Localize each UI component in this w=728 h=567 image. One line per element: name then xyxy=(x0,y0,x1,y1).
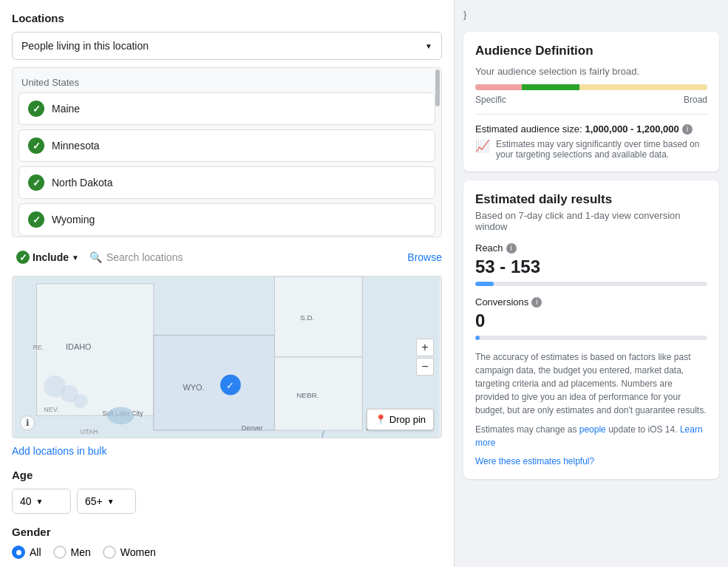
scrollbar-thumb[interactable] xyxy=(435,69,440,106)
zoom-out-button[interactable]: − xyxy=(416,358,434,376)
reach-bar-fill xyxy=(475,282,494,286)
reach-label: Reach xyxy=(475,242,503,254)
gender-all-option[interactable]: All xyxy=(12,546,41,559)
age-min-chevron-icon: ▼ xyxy=(36,498,44,506)
svg-rect-3 xyxy=(274,276,362,357)
helpful-question-link[interactable]: Were these estimates helpful? xyxy=(475,456,594,466)
age-max-value: 65+ xyxy=(85,495,103,507)
include-button[interactable]: Include ▼ xyxy=(12,248,84,267)
location-item-maine[interactable]: Maine xyxy=(18,92,435,125)
gender-title: Gender xyxy=(12,526,442,538)
check-icon-maine xyxy=(28,101,44,117)
audience-size-info-icon[interactable]: i xyxy=(682,124,693,135)
svg-point-20 xyxy=(107,407,134,424)
results-card: Estimated daily results Based on 7-day c… xyxy=(463,180,719,479)
svg-text:WYO.: WYO. xyxy=(183,383,205,392)
ios-note: Estimates may change as people update to… xyxy=(475,423,707,449)
ios-note-text: Estimates may change as xyxy=(475,424,576,435)
chevron-down-icon: ▼ xyxy=(425,42,432,50)
conversions-value: 0 xyxy=(475,310,707,331)
location-name-northdakota: North Dakota xyxy=(52,177,112,189)
estimate-note-text: Estimates may vary significantly over ti… xyxy=(496,139,707,160)
age-title: Age xyxy=(12,469,442,481)
locations-title: Locations xyxy=(12,12,442,24)
trend-icon: 📈 xyxy=(475,139,490,153)
broad-label: Broad xyxy=(684,95,707,105)
conversions-info-icon[interactable]: i xyxy=(531,297,542,308)
svg-text:NEBR.: NEBR. xyxy=(296,391,319,399)
meter-yellow-segment xyxy=(579,84,707,90)
include-search-bar: Include ▼ 🔍 Search locations Browse xyxy=(12,243,442,271)
drop-pin-button[interactable]: 📍 Drop pin xyxy=(367,409,434,430)
svg-text:Denver: Denver xyxy=(242,424,263,432)
include-check-icon xyxy=(16,251,30,264)
meter-red-segment xyxy=(475,84,522,90)
include-label: Include xyxy=(33,251,69,263)
conversions-bar xyxy=(475,336,707,340)
locations-list: United States Maine Minnesota North Dako… xyxy=(12,67,442,237)
meter-green-segment xyxy=(522,84,580,90)
location-name-maine: Maine xyxy=(52,103,80,115)
search-locations-area[interactable]: 🔍 Search locations xyxy=(89,251,401,263)
check-icon-northdakota xyxy=(28,174,44,191)
audience-size-label: Estimated audience size: xyxy=(475,123,582,135)
audience-size-row: Estimated audience size: 1,000,000 - 1,2… xyxy=(475,123,707,135)
reach-info-icon[interactable]: i xyxy=(506,243,517,254)
svg-text:RE.: RE. xyxy=(33,344,44,351)
map-area: IDAHO WYO. S.D. NEBR. RE. NEV. Salt Lake… xyxy=(12,276,442,438)
zoom-in-button[interactable]: + xyxy=(416,339,434,356)
country-label: United States xyxy=(18,74,435,92)
pin-icon: 📍 xyxy=(375,414,387,425)
gender-women-label: Women xyxy=(120,546,156,558)
include-chevron-icon: ▼ xyxy=(72,254,79,262)
svg-text:NEV.: NEV. xyxy=(44,406,58,413)
svg-text:S.D.: S.D. xyxy=(300,313,314,322)
location-name-minnesota: Minnesota xyxy=(52,140,100,152)
left-panel: Locations People living in this location… xyxy=(0,0,455,567)
age-max-chevron-icon: ▼ xyxy=(107,498,115,506)
search-icon: 🔍 xyxy=(89,251,102,263)
gender-all-label: All xyxy=(30,546,41,558)
add-bulk-link[interactable]: Add locations in bulk xyxy=(12,445,106,457)
gender-women-radio[interactable] xyxy=(103,546,116,559)
gender-men-radio[interactable] xyxy=(53,546,67,559)
audience-description: Your audience selection is fairly broad. xyxy=(475,66,707,77)
gender-section: Gender All Men Women xyxy=(12,526,442,559)
conversions-label: Conversions xyxy=(475,296,528,308)
location-type-dropdown[interactable]: People living in this location ▼ xyxy=(12,32,442,60)
bracket-text: } xyxy=(463,9,719,20)
estimate-note: 📈 Estimates may vary significantly over … xyxy=(475,139,707,160)
reach-value: 53 - 153 xyxy=(475,257,707,277)
accuracy-note: The accuracy of estimates is based on fa… xyxy=(475,350,707,417)
gender-women-option[interactable]: Women xyxy=(103,546,156,559)
search-placeholder: Search locations xyxy=(106,251,183,263)
audience-card: Audience Definition Your audience select… xyxy=(463,32,719,172)
audience-meter xyxy=(475,84,707,90)
conversions-bar-fill xyxy=(475,336,480,340)
location-type-label: People living in this location xyxy=(21,40,149,52)
svg-text:UTAH: UTAH xyxy=(81,428,98,435)
location-item-wyoming[interactable]: Wyoming xyxy=(18,203,435,236)
results-card-title: Estimated daily results xyxy=(475,192,707,207)
audience-card-title: Audience Definition xyxy=(475,44,707,58)
svg-point-19 xyxy=(73,394,88,409)
results-card-subtitle: Based on 7-day click and 1-day view conv… xyxy=(475,210,707,232)
location-item-northdakota[interactable]: North Dakota xyxy=(18,166,435,199)
check-icon-minnesota xyxy=(28,137,44,154)
location-item-minnesota[interactable]: Minnesota xyxy=(18,129,435,162)
age-section: Age 40 ▼ 65+ ▼ xyxy=(12,469,442,514)
map-zoom-controls: + − xyxy=(416,339,434,376)
specific-label: Specific xyxy=(475,95,506,105)
age-max-select[interactable]: 65+ ▼ xyxy=(77,489,136,514)
meter-labels: Specific Broad xyxy=(475,95,707,105)
svg-rect-2 xyxy=(154,335,275,430)
audience-size-value: 1,000,000 - 1,200,000 xyxy=(585,123,679,135)
age-dropdowns: 40 ▼ 65+ ▼ xyxy=(12,489,442,514)
browse-button[interactable]: Browse xyxy=(407,251,442,263)
gender-all-radio[interactable] xyxy=(12,546,25,559)
check-icon-wyoming xyxy=(28,211,44,228)
age-min-select[interactable]: 40 ▼ xyxy=(12,489,71,514)
gender-men-option[interactable]: Men xyxy=(53,546,91,559)
map-info-button[interactable]: ℹ xyxy=(20,415,35,430)
ios-people-link[interactable]: people xyxy=(579,424,606,435)
